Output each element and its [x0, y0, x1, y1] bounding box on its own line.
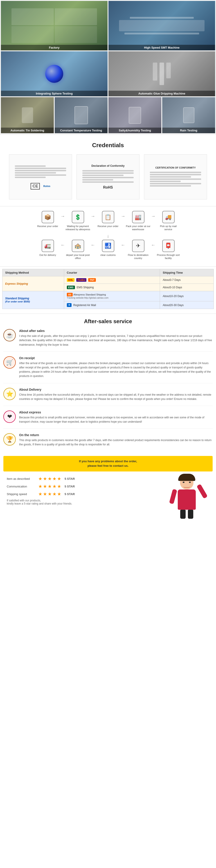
process-step-5: 🚚 Pick up by mail service — [156, 211, 181, 231]
cert-line — [150, 176, 191, 178]
declaration-title: Declaration of Conformity — [91, 164, 124, 167]
char-arm-right — [196, 484, 208, 499]
tin-image: Automatic Tin Soldering — [1, 97, 54, 133]
shipping-speed-label: Shipping speed — [7, 492, 36, 496]
char-smile — [183, 486, 190, 488]
ali-courier: Ali Aliexpress Standard Shipping Trackin… — [67, 293, 157, 299]
process-step-9: ✈ Flow to destination country — [126, 240, 151, 260]
col-method: Shipping Method — [2, 269, 64, 276]
cert-line — [150, 172, 202, 173]
star-2: ★ — [43, 484, 47, 489]
salty-image: Salty&humidity Testing — [109, 97, 161, 133]
destination-icon: ✈ — [132, 240, 145, 252]
col-courier: Courier — [64, 269, 160, 276]
process-step-4: 🏭 Pack your order at our warehouse — [126, 211, 151, 231]
col-time: Shipping Time — [160, 269, 214, 276]
delivery-text: China time 16 points before the successf… — [19, 393, 213, 401]
standard-method-cell: Standard Shipping (For order over $500) — [2, 291, 64, 309]
smt-image: High Speed SMT Machine — [109, 1, 215, 51]
rain-label: Rain Testing — [162, 128, 215, 133]
process-row-2: 🚛 Out for delivery ← 🏤 depart your local… — [2, 240, 214, 260]
express-method-cell: Express Shipping — [2, 276, 64, 291]
glue-image: Automatic Glue Dripping Machine — [109, 51, 215, 96]
star-2: ★ — [43, 476, 47, 482]
credentials-section: Credentials CE Rohm Declaration of Confo… — [0, 135, 216, 206]
return-content: On the return This shop sells products i… — [19, 433, 213, 447]
contact-text: If you have any problems about the order… — [8, 459, 208, 469]
tin-label: Automatic Tin Soldering — [1, 128, 54, 133]
cert-line — [82, 181, 134, 183]
sort-facility-label: Process through sort facility — [156, 253, 181, 260]
service-item-4: ❤ About express Because this product is … — [3, 410, 213, 429]
arrow-2: → — [90, 211, 96, 219]
shipping-section: Shipping Method Courier Shipping Time Ex… — [0, 267, 216, 313]
process-section: 📦 Receive your order → 💲 Waiting for pay… — [0, 206, 216, 267]
verification-title: CERTIFICATION OF CONFORMITY — [155, 166, 195, 169]
star-3: ★ — [48, 484, 52, 489]
service-item-3: ⭐ About Delivery China time 16 points be… — [3, 388, 213, 406]
standard-courier-2: ✈ Registered Air Mail — [64, 301, 160, 309]
char-leg-right — [188, 510, 193, 519]
process-step-7: 🏤 depart your local post office — [65, 240, 90, 260]
char-body — [178, 490, 196, 510]
after-sales-text: I shop the sale of all goods, after the … — [19, 334, 213, 347]
arrow-1: → — [60, 211, 65, 219]
process-step-2: 💲 Waiting for payment released by aliexp… — [65, 211, 90, 231]
airmail-text: Registered Air Mail — [73, 304, 96, 307]
char-hair — [178, 474, 195, 481]
service-item-5: 🏆 On the return This shop sells products… — [3, 433, 213, 451]
ce-logo: CE — [31, 183, 40, 189]
contact-banner[interactable]: If you have any problems about the order… — [3, 456, 213, 472]
delivery-service-icon: ⭐ — [3, 388, 16, 400]
service-item-2: 🛒 On receipt After the arrival of the go… — [3, 356, 213, 383]
receive-order2-icon: 📋 — [102, 211, 114, 223]
pack-order-label: Pack your order at our warehouse — [126, 225, 151, 231]
service-item-1: ☕ About after sales I shop the sale of a… — [3, 329, 213, 352]
factory-label: Factory — [1, 45, 107, 51]
rating-footer-text: If satisfied with our products,kindly le… — [7, 499, 160, 505]
constant-label: Constant Temperature Testing — [55, 128, 107, 133]
pickup-icon: 🚚 — [162, 211, 175, 223]
rohs-label: RoHS — [103, 185, 113, 189]
receive-order-label: Receive your order — [37, 225, 58, 228]
cert-line — [15, 177, 46, 178]
star-1: ★ — [38, 484, 42, 489]
star-2: ★ — [43, 491, 47, 497]
communication-label: Communication — [7, 485, 36, 488]
star-5: ★ — [57, 491, 61, 497]
char-eye-left — [183, 482, 185, 483]
shipping-table: Shipping Method Courier Shipping Time Ex… — [2, 269, 214, 309]
process-step-1: 📦 Receive your order — [35, 211, 60, 228]
process-step-6: 🚛 Out for delivery — [35, 240, 60, 256]
cert-line — [150, 181, 181, 182]
process-step-10: 📮 Process through sort facility — [156, 240, 181, 260]
standard-time-2: About20-30 Days — [160, 301, 214, 309]
receive-order-icon: 📦 — [42, 211, 54, 223]
credentials-row: CE Rohm Declaration of Conformity RoHS C… — [4, 154, 212, 199]
dhl-logo: DHL — [67, 278, 75, 282]
rating-row-2: Communication ★ ★ ★ ★ ★ 5 STAR — [7, 484, 160, 489]
cert-line — [15, 172, 56, 174]
cert-card-2: Declaration of Conformity RoHS — [76, 154, 140, 199]
star-3: ★ — [48, 476, 52, 482]
shipping-speed-value: 5 STAR — [65, 492, 75, 496]
express-time-2: About3-10 Days — [160, 284, 214, 291]
arrow-6: ← — [90, 240, 96, 248]
cert-line — [15, 170, 66, 171]
post-office-label: depart your local post office — [65, 253, 90, 260]
ems-logo: EMS — [67, 286, 75, 289]
rating-right — [164, 476, 209, 525]
sort-facility-icon: 📮 — [162, 240, 175, 252]
receive-order2-label: Receive your order — [98, 225, 119, 228]
return-text: This shop sells products in customers re… — [19, 438, 213, 447]
star-4: ★ — [53, 491, 57, 497]
express-content: About express Because this product is sm… — [19, 410, 213, 424]
courier-logos-4: ✈ Registered Air Mail — [67, 303, 157, 307]
character-figure — [170, 476, 204, 525]
cert-line — [15, 175, 66, 176]
process-row-1: 📦 Receive your order → 💲 Waiting for pay… — [2, 211, 214, 231]
delivery-content: About Delivery China time 16 points befo… — [19, 388, 213, 401]
char-head — [180, 476, 193, 490]
rating-section: Item as described ★ ★ ★ ★ ★ 5 STAR Commu… — [3, 474, 213, 530]
arrow-7: ← — [120, 240, 126, 248]
